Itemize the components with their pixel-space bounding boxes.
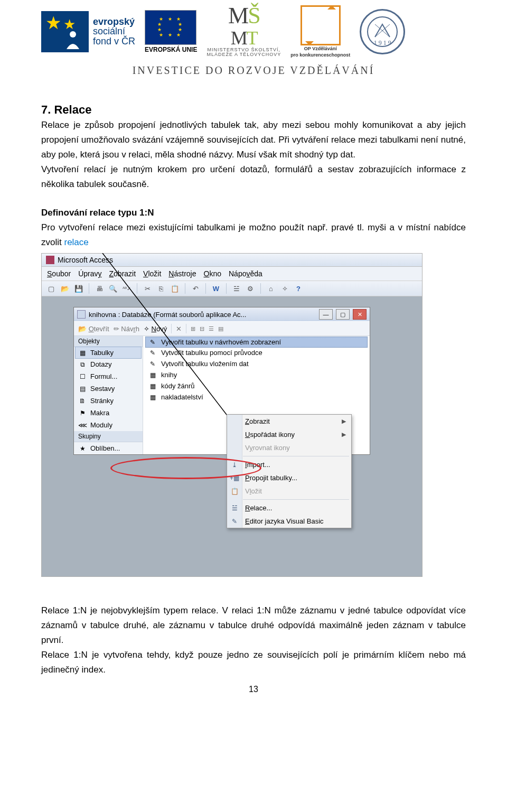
- cm-propojit[interactable]: +▦Propojit tabulky...: [227, 471, 351, 484]
- macro-icon: ⚑: [78, 409, 87, 417]
- menu-soubor[interactable]: Soubor: [47, 269, 71, 278]
- menu-vlozit[interactable]: Vložit: [143, 269, 161, 278]
- cut-icon[interactable]: ✂: [142, 283, 153, 294]
- table-kody-zanru[interactable]: ▦kódy žánrů: [143, 380, 370, 391]
- sidebar-modules[interactable]: ⋘Moduly: [74, 419, 143, 431]
- menu-upravy[interactable]: Úpravy: [78, 269, 101, 278]
- sidebar-favorites[interactable]: ★Oblíben...: [74, 442, 143, 454]
- word-icon[interactable]: W: [211, 283, 221, 294]
- sidebar-tables[interactable]: ▦Tabulky: [75, 347, 142, 359]
- standard-toolbar[interactable]: ▢ 📂 💾 🖶 🔍 ᴬᴮ✓ ✂ ⎘ 📋 ↶ W ☱ ⚙ ⌂: [42, 281, 422, 296]
- query-icon: ⧉: [78, 361, 87, 368]
- header-banner: ★ ★ evropský sociální fond v ČR ★ ★ ★★ ★…: [41, 0, 466, 60]
- menu-napoveda[interactable]: Nápověda: [229, 269, 262, 278]
- sidebar-macros[interactable]: ⚑Makra: [74, 407, 143, 419]
- vb-editor-icon: ✎: [230, 518, 239, 525]
- op-logo: OP Vzdělávání pro konkurenceschopnost: [290, 5, 350, 58]
- spellcheck-icon[interactable]: ᴬᴮ✓: [121, 283, 132, 294]
- create-design-view[interactable]: ✎Vytvořit tabulku v návrhovém zobrazení: [145, 337, 368, 348]
- copy-icon[interactable]: ⎘: [156, 283, 166, 294]
- menu-nastroje[interactable]: Nástroje: [168, 269, 196, 278]
- object-groups-sidebar[interactable]: Objekty ▦Tabulky ⧉Dotazy ☐Formul... ▤Ses…: [74, 336, 143, 454]
- new-object-button[interactable]: ✧ Nový: [144, 325, 167, 333]
- list-icons-icon[interactable]: ☰: [209, 325, 214, 332]
- esf-logo: ★ ★ evropský sociální fond v ČR: [41, 11, 135, 52]
- dbwin-toolbar[interactable]: 📂 Otevřít ✏ Návrh ✧ Nový ✕ ⊞ ⊟ ☰ ▤: [74, 321, 370, 336]
- code-icon[interactable]: ⌂: [266, 283, 276, 294]
- msmt-sub2: MLÁDEŽE A TĚLOVÝCHOVY: [206, 52, 281, 58]
- access-title-bar: Microsoft Access: [42, 254, 422, 267]
- msmt-logo: MŠMT MINISTERSTVO ŠKOLSTVÍ, MLÁDEŽE A TĚ…: [206, 5, 281, 58]
- menu-bar[interactable]: Soubor Úpravy Zobrazit Vložit Nástroje O…: [42, 267, 422, 281]
- relace-link: relace: [64, 237, 88, 247]
- table-icon: ▦: [78, 349, 87, 357]
- menu-zobrazit[interactable]: Zobrazit: [109, 269, 136, 278]
- open-icon[interactable]: 📂: [60, 283, 70, 294]
- paste-icon[interactable]: 📋: [170, 283, 180, 294]
- delete-icon[interactable]: ✕: [176, 325, 182, 333]
- table-icon: ▦: [148, 382, 157, 390]
- sidebar-pages[interactable]: 🗎Stránky: [74, 395, 143, 407]
- database-window[interactable]: knihovna : Databáze (Formát souborů apli…: [73, 307, 370, 455]
- create-datasheet[interactable]: ✎Vytvořit tabulku vložením dat: [143, 358, 370, 369]
- relationships-icon[interactable]: ☱: [231, 283, 242, 294]
- sidebar-forms[interactable]: ☐Formul...: [74, 370, 143, 382]
- relationships-icon: ☱: [230, 505, 239, 512]
- paragraph-after-2: Relace 1:N je vytvořena tehdy, když pouz…: [41, 648, 466, 677]
- cm-import[interactable]: ⤓Import...: [227, 458, 351, 471]
- table-knihy[interactable]: ▦knihy: [143, 369, 370, 380]
- link-tables-icon: +▦: [230, 474, 239, 482]
- maximize-button[interactable]: ▢: [336, 309, 350, 320]
- design-button[interactable]: ✏ Návrh: [114, 325, 139, 333]
- wizard-icon: ✎: [148, 349, 157, 357]
- context-menu[interactable]: Zobrazit▶ Uspořádat ikony▶ Vyrovnat ikon…: [227, 414, 352, 528]
- dbwin-sys-icon[interactable]: [77, 310, 86, 319]
- cm-relace[interactable]: ☱Relace...: [227, 501, 351, 515]
- close-button[interactable]: ✕: [353, 309, 367, 320]
- op-sub1: OP Vzdělávání: [290, 46, 350, 52]
- create-wizard[interactable]: ✎Vytvořit tabulku pomocí průvodce: [143, 347, 370, 358]
- dbwin-titlebar[interactable]: knihovna : Databáze (Formát souborů apli…: [74, 307, 370, 321]
- paragraph-3a: Pro vytvoření relace mezi existujícími t…: [41, 222, 466, 247]
- section-heading: 7. Relace: [41, 103, 466, 117]
- sidebar-queries[interactable]: ⧉Dotazy: [74, 358, 143, 370]
- cm-usporadat[interactable]: Uspořádat ikony▶: [227, 428, 351, 441]
- sidebar-reports[interactable]: ▤Sestavy: [74, 382, 143, 395]
- def-title: Definování relace typu 1:N: [41, 208, 154, 218]
- paragraph-1: Relace je způsob propojení jednotlivých …: [41, 118, 466, 162]
- preview-icon[interactable]: 🔍: [108, 283, 118, 294]
- large-icons-icon[interactable]: ⊞: [191, 325, 195, 332]
- table-nakladatelstvi[interactable]: ▦nakladatelství: [143, 391, 370, 403]
- minimize-button[interactable]: —: [319, 309, 333, 320]
- undo-icon[interactable]: ↶: [190, 283, 201, 294]
- wizard-icon: ✎: [148, 360, 157, 368]
- help-icon[interactable]: ?: [293, 283, 304, 294]
- new-doc-icon[interactable]: ▢: [46, 283, 57, 294]
- report-icon: ▤: [78, 385, 87, 393]
- menu-okno[interactable]: Okno: [204, 269, 221, 278]
- details-icons-icon[interactable]: ▤: [218, 325, 223, 332]
- cm-zobrazit[interactable]: Zobrazit▶: [227, 415, 351, 428]
- mdi-workspace: knihovna : Databáze (Formát souborů apli…: [42, 296, 422, 576]
- analyze-icon[interactable]: ⚙: [245, 283, 256, 294]
- wizard-icon: ✎: [148, 339, 157, 346]
- submenu-arrow-icon: ▶: [342, 418, 346, 425]
- paste-icon: 📋: [230, 488, 239, 495]
- small-icons-icon[interactable]: ⊟: [200, 325, 204, 332]
- access-window: Microsoft Access Soubor Úpravy Zobrazit …: [41, 253, 422, 577]
- paragraph-2: Vytvoření relací je nutným krokem pro ur…: [41, 162, 466, 192]
- print-icon[interactable]: 🖶: [94, 283, 105, 294]
- objects-group-header: Objekty: [74, 336, 143, 347]
- module-icon: ⋘: [78, 422, 87, 429]
- open-object-button[interactable]: 📂 Otevřít: [78, 325, 109, 333]
- save-icon[interactable]: 💾: [73, 283, 84, 294]
- cm-vyrovnat: Vyrovnat ikony: [227, 441, 351, 454]
- cm-editor-vb[interactable]: ✎Editor jazyka Visual Basic: [227, 515, 351, 528]
- props-icon[interactable]: ✧: [279, 283, 290, 294]
- eu-flag-icon: ★ ★ ★★ ★★ ★★ ★ ★: [145, 10, 196, 45]
- eu-label: EVROPSKÁ UNIE: [145, 46, 197, 53]
- object-list[interactable]: ✎Vytvořit tabulku v návrhovém zobrazení …: [143, 336, 370, 454]
- eu-block: ★ ★ ★★ ★★ ★★ ★ ★ EVROPSKÁ UNIE: [145, 10, 197, 53]
- import-icon: ⤓: [230, 461, 239, 469]
- cm-vlozit: 📋Vložit: [227, 484, 351, 498]
